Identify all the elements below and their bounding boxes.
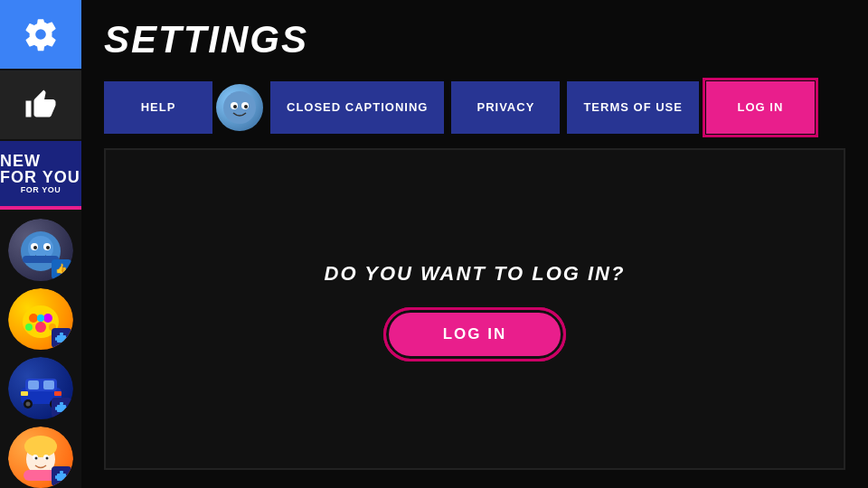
login-prompt: DO YOU WANT TO LOG IN? <box>325 262 626 286</box>
svg-point-9 <box>43 314 52 323</box>
login-button[interactable]: LOG IN <box>389 313 561 356</box>
svg-rect-29 <box>60 402 63 405</box>
tab-help[interactable]: HELP <box>104 81 212 134</box>
svg-point-12 <box>25 324 33 331</box>
avatar-car[interactable] <box>8 357 73 418</box>
svg-point-47 <box>244 105 248 108</box>
svg-point-24 <box>25 401 30 406</box>
svg-point-5 <box>46 246 50 249</box>
badge-thumbs-1: 👍 <box>52 259 71 279</box>
svg-rect-15 <box>60 333 63 335</box>
svg-point-46 <box>233 105 237 108</box>
svg-rect-17 <box>66 337 68 341</box>
svg-rect-27 <box>54 391 61 396</box>
badge-robot-2 <box>52 328 71 348</box>
svg-point-4 <box>33 246 37 249</box>
main-content: SETTINGS HELP CLOSED CAPTIONING PRIVACY … <box>81 0 868 488</box>
svg-point-10 <box>37 314 44 322</box>
svg-rect-21 <box>43 380 54 389</box>
new-label: NEW FOR YOU <box>0 153 81 185</box>
tab-log-in[interactable]: LOG IN <box>706 81 815 134</box>
svg-rect-41 <box>55 475 57 479</box>
character-bubble <box>216 84 263 131</box>
avatar-blob[interactable] <box>8 288 73 350</box>
svg-point-37 <box>46 457 49 460</box>
sidebar-item-settings[interactable] <box>0 0 81 69</box>
content-area: DO YOU WANT TO LOG IN? LOG IN <box>104 148 845 470</box>
svg-rect-28 <box>57 405 66 412</box>
svg-point-43 <box>223 91 256 124</box>
sidebar-item-favorites[interactable] <box>0 70 81 139</box>
gear-icon <box>23 16 59 52</box>
svg-point-36 <box>35 457 38 460</box>
svg-rect-20 <box>28 380 39 389</box>
svg-rect-16 <box>55 337 57 341</box>
sidebar-item-new-for-you[interactable]: NEW FOR YOU FOR YOU <box>0 141 81 210</box>
avatar-thomas[interactable]: 👍 <box>8 219 73 280</box>
tab-privacy[interactable]: PRIVACY <box>451 81 560 134</box>
badge-robot-4 <box>52 466 71 486</box>
svg-rect-40 <box>60 471 63 474</box>
badge-robot-3 <box>52 398 71 418</box>
svg-rect-14 <box>57 335 66 343</box>
tab-terms-of-use[interactable]: TERMS OF USE <box>567 81 699 134</box>
svg-rect-30 <box>55 407 57 410</box>
svg-point-8 <box>29 314 38 323</box>
svg-point-11 <box>35 322 46 333</box>
svg-rect-31 <box>66 407 68 410</box>
svg-rect-26 <box>21 391 28 396</box>
thumbs-up-icon <box>24 89 57 121</box>
tab-closed-captioning[interactable]: CLOSED CAPTIONING <box>270 81 444 134</box>
svg-rect-42 <box>66 475 68 479</box>
avatar-blonde[interactable] <box>8 427 73 488</box>
sidebar: NEW FOR YOU FOR YOU 👍 <box>0 0 81 488</box>
svg-point-33 <box>24 436 57 457</box>
for-you-label: FOR YOU <box>21 185 61 194</box>
page-title: SETTINGS <box>104 18 845 61</box>
svg-rect-39 <box>57 474 66 481</box>
tab-bar: HELP CLOSED CAPTIONING PRIVACY TERMS OF … <box>104 81 845 134</box>
